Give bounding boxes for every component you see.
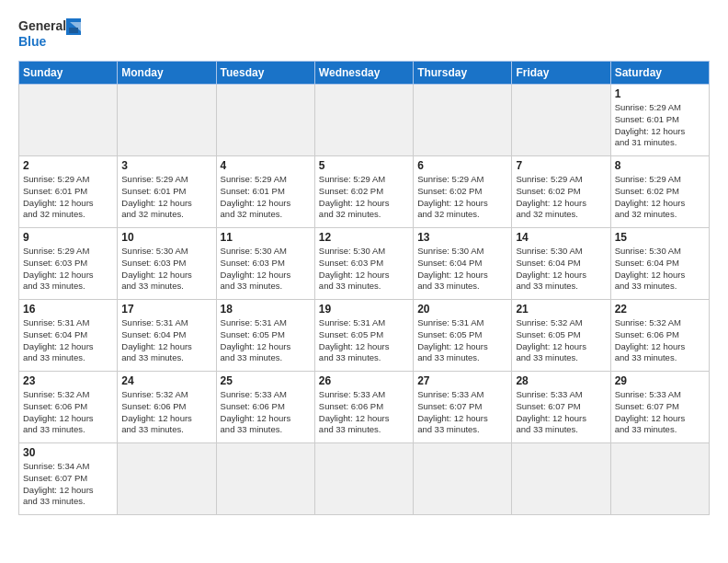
weekday-header-friday: Friday bbox=[512, 62, 610, 85]
calendar-cell: 14Sunrise: 5:30 AMSunset: 6:04 PMDayligh… bbox=[512, 228, 610, 300]
day-info: Sunrise: 5:29 AMSunset: 6:02 PMDaylight:… bbox=[516, 174, 606, 221]
day-info: Sunrise: 5:30 AMSunset: 6:04 PMDaylight:… bbox=[516, 246, 606, 293]
calendar-cell: 7Sunrise: 5:29 AMSunset: 6:02 PMDaylight… bbox=[512, 156, 610, 228]
day-number: 15 bbox=[615, 231, 705, 244]
calendar-cell: 9Sunrise: 5:29 AMSunset: 6:03 PMDaylight… bbox=[19, 228, 118, 300]
day-number: 21 bbox=[516, 303, 606, 316]
day-number: 11 bbox=[221, 231, 311, 244]
day-info: Sunrise: 5:30 AMSunset: 6:04 PMDaylight:… bbox=[615, 246, 705, 293]
calendar-cell: 25Sunrise: 5:33 AMSunset: 6:06 PMDayligh… bbox=[216, 372, 314, 443]
day-number: 7 bbox=[516, 159, 606, 172]
calendar-week-row: 30Sunrise: 5:34 AMSunset: 6:07 PMDayligh… bbox=[19, 443, 710, 515]
calendar-body: 1Sunrise: 5:29 AMSunset: 6:01 PMDaylight… bbox=[19, 85, 710, 515]
calendar-cell: 20Sunrise: 5:31 AMSunset: 6:05 PMDayligh… bbox=[414, 300, 512, 372]
svg-rect-4 bbox=[69, 28, 78, 33]
weekday-header-thursday: Thursday bbox=[414, 62, 512, 85]
day-info: Sunrise: 5:33 AMSunset: 6:06 PMDaylight:… bbox=[319, 389, 409, 436]
day-number: 24 bbox=[121, 374, 211, 387]
page-wrapper: General Blue SundayMondayTuesdayWednesda… bbox=[18, 15, 710, 515]
calendar-cell bbox=[512, 85, 610, 156]
day-info: Sunrise: 5:33 AMSunset: 6:06 PMDaylight:… bbox=[221, 389, 311, 436]
calendar-cell: 30Sunrise: 5:34 AMSunset: 6:07 PMDayligh… bbox=[19, 443, 118, 515]
weekday-header-sunday: Sunday bbox=[19, 62, 118, 85]
day-number: 20 bbox=[417, 303, 507, 316]
day-info: Sunrise: 5:29 AMSunset: 6:03 PMDaylight:… bbox=[23, 246, 113, 293]
calendar-week-row: 1Sunrise: 5:29 AMSunset: 6:01 PMDaylight… bbox=[19, 85, 710, 156]
day-info: Sunrise: 5:32 AMSunset: 6:06 PMDaylight:… bbox=[23, 389, 113, 436]
calendar-cell bbox=[314, 85, 413, 156]
day-number: 28 bbox=[516, 374, 606, 387]
day-number: 26 bbox=[319, 374, 409, 387]
day-info: Sunrise: 5:31 AMSunset: 6:05 PMDaylight:… bbox=[221, 317, 311, 364]
day-info: Sunrise: 5:29 AMSunset: 6:01 PMDaylight:… bbox=[221, 174, 311, 221]
day-number: 12 bbox=[319, 231, 409, 244]
svg-text:General: General bbox=[18, 18, 66, 33]
day-number: 10 bbox=[121, 231, 211, 244]
day-info: Sunrise: 5:29 AMSunset: 6:01 PMDaylight:… bbox=[121, 174, 211, 221]
calendar-cell: 1Sunrise: 5:29 AMSunset: 6:01 PMDaylight… bbox=[610, 85, 709, 156]
calendar-cell: 15Sunrise: 5:30 AMSunset: 6:04 PMDayligh… bbox=[610, 228, 709, 300]
calendar-cell: 18Sunrise: 5:31 AMSunset: 6:05 PMDayligh… bbox=[216, 300, 314, 372]
calendar-cell: 17Sunrise: 5:31 AMSunset: 6:04 PMDayligh… bbox=[118, 300, 216, 372]
calendar-cell bbox=[414, 443, 512, 515]
calendar-cell bbox=[512, 443, 610, 515]
calendar-cell: 13Sunrise: 5:30 AMSunset: 6:04 PMDayligh… bbox=[414, 228, 512, 300]
day-number: 14 bbox=[516, 231, 606, 244]
calendar-cell: 2Sunrise: 5:29 AMSunset: 6:01 PMDaylight… bbox=[19, 156, 118, 228]
calendar-cell: 28Sunrise: 5:33 AMSunset: 6:07 PMDayligh… bbox=[512, 372, 610, 443]
calendar-cell bbox=[216, 443, 314, 515]
day-number: 23 bbox=[23, 374, 113, 387]
day-number: 17 bbox=[121, 303, 211, 316]
day-info: Sunrise: 5:32 AMSunset: 6:06 PMDaylight:… bbox=[121, 389, 211, 436]
calendar-cell bbox=[118, 85, 216, 156]
day-info: Sunrise: 5:34 AMSunset: 6:07 PMDaylight:… bbox=[23, 461, 113, 508]
calendar-cell bbox=[314, 443, 413, 515]
day-info: Sunrise: 5:33 AMSunset: 6:07 PMDaylight:… bbox=[417, 389, 507, 436]
day-info: Sunrise: 5:29 AMSunset: 6:02 PMDaylight:… bbox=[615, 174, 705, 221]
calendar-week-row: 2Sunrise: 5:29 AMSunset: 6:01 PMDaylight… bbox=[19, 156, 710, 228]
calendar-cell: 8Sunrise: 5:29 AMSunset: 6:02 PMDaylight… bbox=[610, 156, 709, 228]
calendar-cell: 4Sunrise: 5:29 AMSunset: 6:01 PMDaylight… bbox=[216, 156, 314, 228]
calendar-cell: 5Sunrise: 5:29 AMSunset: 6:02 PMDaylight… bbox=[314, 156, 413, 228]
logo: General Blue bbox=[18, 15, 83, 55]
calendar-cell: 27Sunrise: 5:33 AMSunset: 6:07 PMDayligh… bbox=[414, 372, 512, 443]
day-number: 30 bbox=[23, 446, 113, 459]
day-number: 4 bbox=[221, 159, 311, 172]
weekday-header-tuesday: Tuesday bbox=[216, 62, 314, 85]
calendar-cell bbox=[610, 443, 709, 515]
weekday-header-monday: Monday bbox=[118, 62, 216, 85]
day-number: 9 bbox=[23, 231, 113, 244]
day-number: 5 bbox=[319, 159, 409, 172]
weekday-header-saturday: Saturday bbox=[610, 62, 709, 85]
day-number: 16 bbox=[23, 303, 113, 316]
day-info: Sunrise: 5:31 AMSunset: 6:04 PMDaylight:… bbox=[121, 317, 211, 364]
day-info: Sunrise: 5:33 AMSunset: 6:07 PMDaylight:… bbox=[516, 389, 606, 436]
calendar-cell: 19Sunrise: 5:31 AMSunset: 6:05 PMDayligh… bbox=[314, 300, 413, 372]
day-info: Sunrise: 5:31 AMSunset: 6:05 PMDaylight:… bbox=[417, 317, 507, 364]
day-number: 13 bbox=[417, 231, 507, 244]
day-number: 29 bbox=[615, 374, 705, 387]
calendar-cell: 11Sunrise: 5:30 AMSunset: 6:03 PMDayligh… bbox=[216, 228, 314, 300]
calendar-cell: 23Sunrise: 5:32 AMSunset: 6:06 PMDayligh… bbox=[19, 372, 118, 443]
generalblue-logo: General Blue bbox=[18, 15, 83, 55]
calendar-cell bbox=[118, 443, 216, 515]
header: General Blue bbox=[18, 15, 710, 55]
day-info: Sunrise: 5:30 AMSunset: 6:03 PMDaylight:… bbox=[319, 246, 409, 293]
day-info: Sunrise: 5:30 AMSunset: 6:03 PMDaylight:… bbox=[121, 246, 211, 293]
calendar-cell: 24Sunrise: 5:32 AMSunset: 6:06 PMDayligh… bbox=[118, 372, 216, 443]
calendar-cell: 22Sunrise: 5:32 AMSunset: 6:06 PMDayligh… bbox=[610, 300, 709, 372]
day-number: 22 bbox=[615, 303, 705, 316]
day-info: Sunrise: 5:32 AMSunset: 6:05 PMDaylight:… bbox=[516, 317, 606, 364]
calendar-cell: 10Sunrise: 5:30 AMSunset: 6:03 PMDayligh… bbox=[118, 228, 216, 300]
day-number: 27 bbox=[417, 374, 507, 387]
day-number: 2 bbox=[23, 159, 113, 172]
calendar-cell: 12Sunrise: 5:30 AMSunset: 6:03 PMDayligh… bbox=[314, 228, 413, 300]
day-number: 19 bbox=[319, 303, 409, 316]
day-info: Sunrise: 5:29 AMSunset: 6:02 PMDaylight:… bbox=[417, 174, 507, 221]
day-number: 1 bbox=[615, 87, 705, 100]
weekday-header-row: SundayMondayTuesdayWednesdayThursdayFrid… bbox=[19, 62, 710, 85]
svg-text:Blue: Blue bbox=[18, 34, 47, 49]
calendar-cell: 16Sunrise: 5:31 AMSunset: 6:04 PMDayligh… bbox=[19, 300, 118, 372]
day-number: 18 bbox=[221, 303, 311, 316]
calendar-week-row: 23Sunrise: 5:32 AMSunset: 6:06 PMDayligh… bbox=[19, 372, 710, 443]
